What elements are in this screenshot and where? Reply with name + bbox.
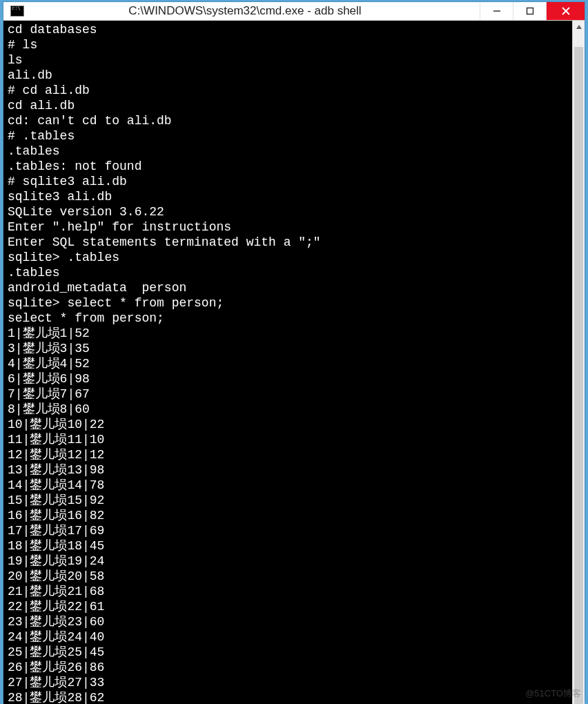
window-title: C:\WINDOWS\system32\cmd.exe - adb shell: [24, 4, 480, 18]
cmd-icon: [10, 6, 24, 17]
scrollbar-thumb[interactable]: [574, 47, 583, 704]
scroll-up-button[interactable]: [573, 21, 585, 33]
svg-rect-1: [527, 8, 533, 14]
terminal-output[interactable]: cd databases # ls ls ali.db # cd ali.db …: [3, 21, 572, 704]
watermark-text: @51CTO博客: [525, 687, 581, 700]
vertical-scrollbar[interactable]: [572, 21, 585, 704]
window-controls: [480, 2, 585, 20]
maximize-button[interactable]: [513, 2, 546, 20]
close-button[interactable]: [546, 2, 585, 20]
terminal-area: cd databases # ls ls ali.db # cd ali.db …: [3, 21, 585, 704]
cmd-window: C:\WINDOWS\system32\cmd.exe - adb shell …: [3, 1, 585, 701]
minimize-button[interactable]: [480, 2, 513, 20]
scrollbar-track[interactable]: [573, 33, 585, 704]
titlebar[interactable]: C:\WINDOWS\system32\cmd.exe - adb shell: [3, 2, 585, 21]
svg-marker-4: [576, 25, 582, 29]
